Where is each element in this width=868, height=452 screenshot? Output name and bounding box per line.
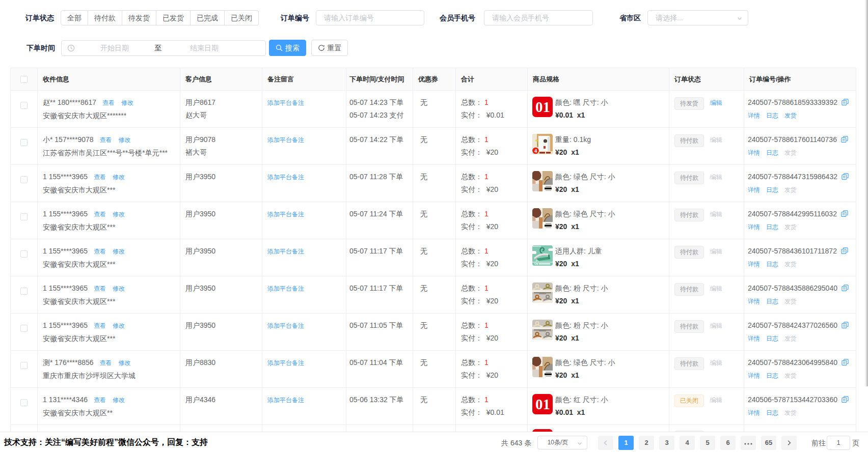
svg-text:4: 4 [534, 148, 537, 154]
svg-text:01: 01 [535, 99, 550, 115]
svg-text:U0: U0 [534, 262, 538, 265]
svg-text:01: 01 [535, 396, 550, 412]
